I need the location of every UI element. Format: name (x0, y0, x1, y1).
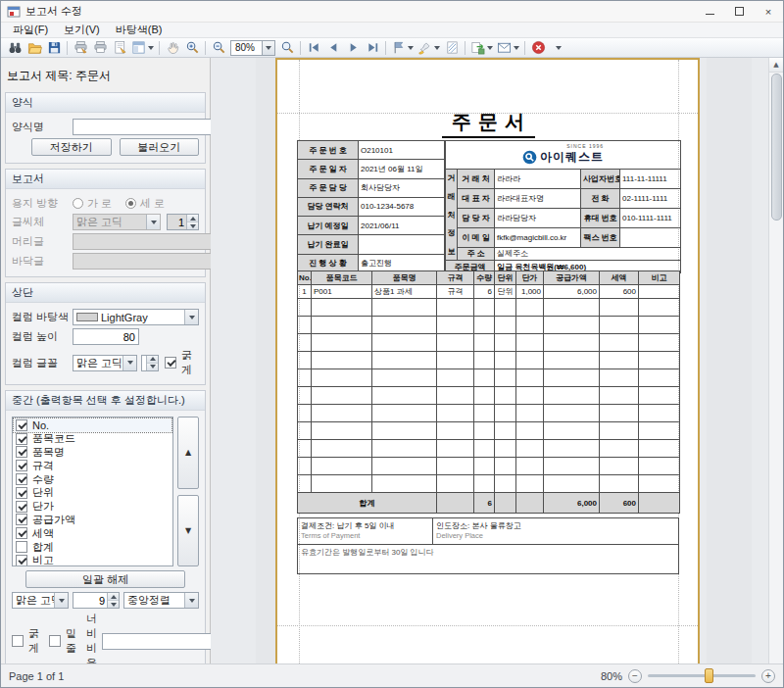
checkbox-icon[interactable] (16, 514, 27, 525)
checkbox-icon[interactable] (16, 473, 27, 485)
empty-cell (495, 334, 516, 352)
top-font-size-spinner[interactable] (141, 355, 159, 371)
find-button[interactable] (5, 39, 24, 57)
last-page-button[interactable] (363, 39, 382, 57)
middle-font-size-input[interactable] (74, 593, 107, 608)
list-item[interactable]: 단위 (14, 486, 172, 500)
spin-up-button[interactable] (147, 356, 158, 363)
page-setup-button[interactable] (110, 39, 129, 57)
minimize-button[interactable] (695, 1, 724, 22)
table-row: 납기 완료일 (298, 235, 445, 254)
pan-button[interactable] (163, 39, 182, 57)
checkbox-icon[interactable] (16, 555, 27, 566)
form-name-input[interactable] (73, 119, 220, 135)
top-bold-checkbox[interactable]: 굵게 (165, 348, 192, 377)
background-color-button[interactable] (416, 39, 442, 57)
close-window-button[interactable]: × (754, 1, 783, 22)
top-font-combo[interactable]: 맑은 고딕 (73, 355, 137, 371)
list-item[interactable]: No. (14, 418, 172, 432)
column-list[interactable]: No. 품목코드 품목명 규격 수량 단위 단가 공급가액 세액 합계 비고 (12, 417, 173, 566)
item-cell: 6 (474, 285, 495, 299)
load-form-button[interactable]: 불러오기 (120, 138, 200, 156)
list-item[interactable]: 단가 (14, 500, 172, 514)
zoom-out-button[interactable] (209, 39, 228, 57)
spin-down-button[interactable] (108, 600, 119, 608)
zoom-slider[interactable] (648, 674, 756, 677)
middle-font-size-spinner[interactable] (73, 592, 120, 609)
header-text-input[interactable] (73, 233, 220, 250)
first-page-button[interactable] (304, 39, 323, 57)
combo-dropdown-button[interactable] (122, 356, 136, 370)
combo-dropdown-button[interactable] (54, 593, 68, 608)
move-up-button[interactable]: ▲ (177, 417, 199, 489)
close-preview-button[interactable] (528, 39, 548, 57)
list-item[interactable]: 수량 (14, 472, 172, 486)
list-item[interactable]: 품목코드 (14, 432, 172, 446)
zoom-out-status-button[interactable]: − (628, 669, 642, 683)
prev-page-button[interactable] (323, 39, 343, 57)
uncheck-all-button[interactable]: 일괄 해제 (25, 570, 185, 588)
export-button[interactable] (468, 39, 495, 57)
zoom-slider-thumb[interactable] (705, 668, 713, 683)
list-item[interactable]: 규격 (14, 459, 172, 472)
combo-dropdown-button[interactable] (184, 593, 198, 608)
open-button[interactable] (24, 39, 44, 57)
zoom-combobox[interactable]: 80% (230, 40, 275, 56)
middle-bold-checkbox[interactable]: 굵게 (12, 626, 39, 656)
landscape-radio[interactable]: 가 로 (73, 196, 112, 211)
spin-up-button[interactable] (187, 215, 198, 221)
print-button[interactable] (90, 39, 110, 57)
report-font-combo[interactable]: 맑은 고딕 (73, 214, 161, 230)
toolbar-overflow-button[interactable] (548, 39, 567, 57)
top-bg-combo[interactable]: LightGray (73, 309, 199, 325)
middle-underline-checkbox[interactable]: 밑줄 (49, 626, 76, 656)
maximize-button[interactable] (724, 1, 754, 22)
checkbox-icon[interactable] (16, 487, 27, 499)
zoom-in-status-button[interactable]: + (761, 669, 775, 683)
zoom-dropdown-button[interactable] (262, 41, 274, 55)
menu-background-color[interactable]: 바탕색(B) (108, 22, 171, 38)
vertical-scrollbar[interactable]: ▲ (768, 58, 783, 663)
list-item[interactable]: 세액 (14, 526, 172, 540)
checkbox-icon[interactable] (16, 460, 27, 471)
spin-down-button[interactable] (187, 221, 198, 229)
spin-down-button[interactable] (147, 363, 158, 370)
combo-dropdown-button[interactable] (146, 215, 160, 229)
checkbox-icon[interactable] (16, 501, 27, 513)
checkbox-icon[interactable] (16, 446, 27, 458)
bookmark-button[interactable] (389, 39, 416, 57)
zoom-in-button[interactable] (182, 39, 202, 57)
list-item[interactable]: 비고 (14, 554, 172, 566)
checkbox-icon[interactable] (16, 541, 27, 553)
checkbox-icon[interactable] (16, 527, 27, 539)
list-item-label: 합계 (32, 540, 54, 555)
save-form-button[interactable]: 저장하기 (31, 138, 112, 156)
report-font-size-spinner[interactable] (167, 214, 199, 230)
menu-view[interactable]: 보기(V) (56, 22, 108, 38)
checkbox-icon[interactable] (16, 433, 27, 445)
report-font-size-input[interactable] (168, 215, 186, 229)
save-button[interactable] (44, 39, 64, 57)
combo-dropdown-button[interactable] (184, 310, 198, 324)
email-button[interactable] (495, 39, 521, 57)
scroll-up-button[interactable]: ▲ (769, 58, 783, 73)
list-item[interactable]: 공급가액 (14, 514, 172, 527)
portrait-radio[interactable]: 세 로 (125, 196, 165, 211)
item-cell: P001 (312, 285, 372, 299)
spin-up-button[interactable] (108, 593, 119, 600)
list-item[interactable]: 합계 (14, 540, 172, 554)
footer-text-input[interactable] (73, 253, 220, 270)
print-setup-button[interactable] (71, 39, 90, 57)
middle-font-combo[interactable]: 맑은 고딕 (12, 592, 69, 609)
watermark-button[interactable] (442, 39, 462, 57)
move-down-button[interactable]: ▼ (177, 495, 199, 567)
middle-align-combo[interactable]: 중앙정렬 (123, 592, 199, 609)
top-height-input[interactable] (73, 328, 139, 345)
list-item[interactable]: 품목명 (14, 446, 172, 460)
scrollbar-thumb[interactable] (771, 74, 782, 221)
layout-button[interactable] (129, 39, 156, 57)
next-page-button[interactable] (343, 39, 363, 57)
zoom-fit-button[interactable] (277, 39, 297, 57)
checkbox-icon[interactable] (16, 419, 27, 431)
menu-file[interactable]: 파일(F) (5, 22, 56, 38)
